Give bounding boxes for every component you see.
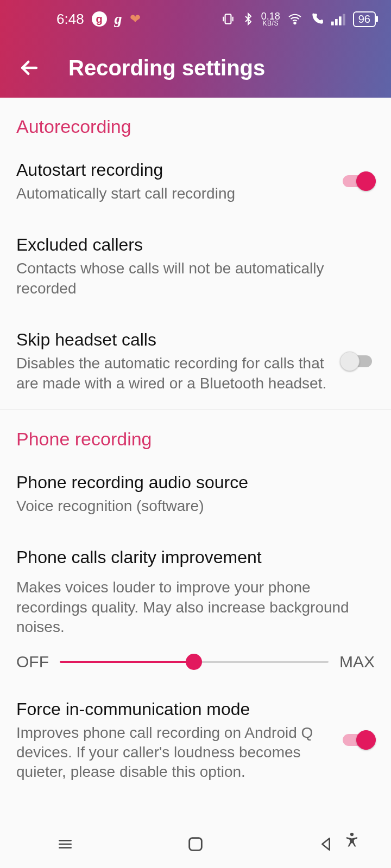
app-bar: Recording settings xyxy=(0,38,391,98)
accessibility-icon[interactable] xyxy=(336,824,368,856)
slider-min-label: OFF xyxy=(16,653,49,671)
setting-skip-headset[interactable]: Skip headset calls Disables the automati… xyxy=(0,304,391,399)
setting-audio-source[interactable]: Phone recording audio source Voice recog… xyxy=(0,456,391,521)
battery-indicator: 96 xyxy=(353,11,376,27)
setting-clarity-improvement[interactable]: Phone calls clarity improvement Makes vo… xyxy=(0,521,391,642)
svg-point-7 xyxy=(350,833,354,836)
svg-rect-3 xyxy=(335,19,338,25)
section-header-phone-recording: Phone recording xyxy=(0,410,391,456)
status-time: 6:48 xyxy=(56,11,84,28)
app-indicator-g-circle-icon: g xyxy=(92,11,107,27)
setting-title: Force in-communication mode xyxy=(16,698,329,720)
setting-subtitle: Automatically start call recording xyxy=(16,184,329,203)
vibrate-icon xyxy=(221,12,235,26)
setting-subtitle: Voice recognition (software) xyxy=(16,496,364,516)
setting-title: Excluded callers xyxy=(16,234,364,256)
home-button[interactable] xyxy=(179,828,212,860)
signal-icon xyxy=(331,12,346,25)
setting-title: Phone recording audio source xyxy=(16,471,364,493)
app-indicator-g-italic-icon: g xyxy=(115,10,122,28)
back-button[interactable] xyxy=(10,48,49,87)
network-speed: 0.18 KB/S xyxy=(261,12,280,27)
svg-rect-6 xyxy=(190,838,202,851)
setting-force-in-communication[interactable]: Force in-communication mode Improves pho… xyxy=(0,676,391,788)
setting-title: Phone calls clarity improvement xyxy=(16,546,364,568)
autostart-toggle[interactable] xyxy=(340,171,375,191)
svg-point-1 xyxy=(294,22,295,24)
svg-rect-0 xyxy=(225,14,231,23)
setting-excluded-callers[interactable]: Excluded callers Contacts whose calls wi… xyxy=(0,209,391,304)
skip-headset-toggle[interactable] xyxy=(340,352,375,371)
wifi-calling-icon xyxy=(310,12,325,26)
setting-autostart-recording[interactable]: Autostart recording Automatically start … xyxy=(0,144,391,209)
setting-title: Autostart recording xyxy=(16,159,329,181)
clarity-slider[interactable] xyxy=(60,654,329,670)
force-mode-toggle[interactable] xyxy=(340,730,375,750)
svg-rect-5 xyxy=(343,14,345,25)
page-title: Recording settings xyxy=(68,56,265,80)
system-nav-bar xyxy=(0,820,391,868)
section-header-autorecording: Autorecording xyxy=(0,98,391,144)
bluetooth-icon xyxy=(242,12,255,26)
settings-content: Autorecording Autostart recording Automa… xyxy=(0,98,391,820)
status-bar: 6:48 g g ❤ 0.18 KB/S xyxy=(0,0,391,98)
setting-subtitle: Contacts whose calls will not be automat… xyxy=(16,259,364,298)
wifi-icon xyxy=(287,12,303,26)
heart-rate-icon: ❤ xyxy=(130,11,141,27)
setting-subtitle: Makes voices louder to improve your phon… xyxy=(16,578,364,637)
clarity-slider-row: OFF MAX xyxy=(0,653,391,676)
setting-title: Skip headset calls xyxy=(16,329,329,350)
svg-rect-2 xyxy=(331,22,334,25)
recents-button[interactable] xyxy=(49,828,81,860)
slider-max-label: MAX xyxy=(339,653,375,671)
setting-subtitle: Improves phone call recording on Android… xyxy=(16,723,329,782)
svg-rect-4 xyxy=(339,16,342,25)
setting-subtitle: Disables the automatic recording for cal… xyxy=(16,354,329,393)
